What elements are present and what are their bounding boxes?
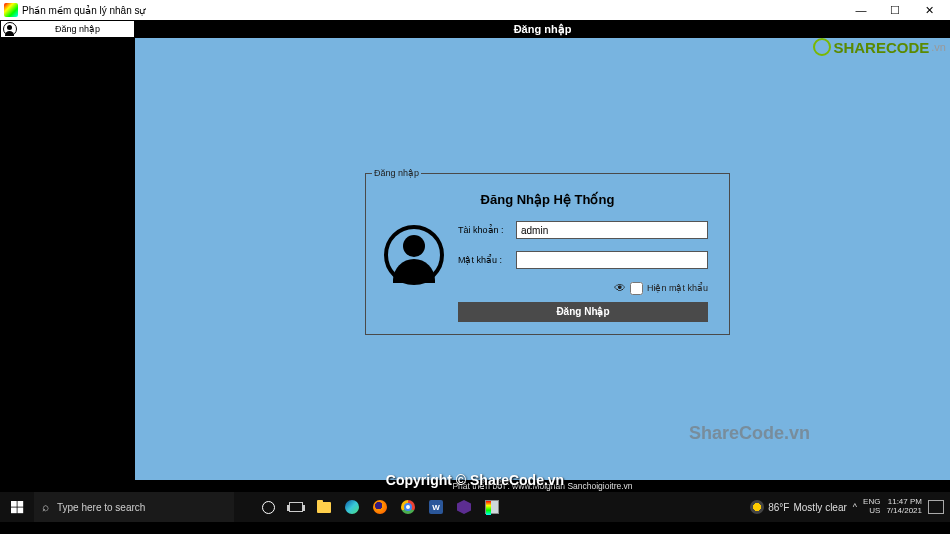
top-row: Đăng nhập Đăng nhập [0, 20, 950, 38]
window-title: Phần mềm quản lý nhân sự [22, 5, 844, 16]
password-label: Mật khẩu : [458, 255, 516, 265]
sidebar-tab-label: Đăng nhập [23, 24, 132, 34]
user-icon [3, 22, 17, 36]
clock[interactable]: 11:47 PM 7/14/2021 [886, 498, 922, 516]
word-icon: W [429, 500, 443, 514]
svg-rect-1 [17, 501, 23, 507]
svg-rect-0 [11, 501, 17, 507]
taskbar: ⌕ Type here to search W 86°F Mostly clea… [0, 492, 950, 522]
watermark-logo: SHARECODE.vn [813, 38, 946, 56]
watermark-logo-text: SHARECODE [833, 39, 929, 56]
cortana-button[interactable] [254, 492, 282, 522]
taskview-icon [289, 502, 303, 512]
svg-rect-3 [17, 507, 23, 513]
chrome-icon [401, 500, 415, 514]
chrome-button[interactable] [394, 492, 422, 522]
taskbar-search[interactable]: ⌕ Type here to search [34, 492, 234, 522]
clock-date: 7/14/2021 [886, 507, 922, 516]
password-input[interactable] [516, 251, 708, 269]
edge-icon [345, 500, 359, 514]
login-heading: Đăng Nhập Hệ Thống [378, 192, 717, 207]
firefox-icon [373, 500, 387, 514]
edge-button[interactable] [338, 492, 366, 522]
maximize-button[interactable]: ☐ [878, 0, 912, 20]
close-button[interactable]: ✕ [912, 0, 946, 20]
running-app-button[interactable] [478, 492, 506, 522]
start-button[interactable] [0, 492, 34, 522]
account-label: Tài khoản : [458, 225, 516, 235]
visualstudio-icon [457, 500, 471, 514]
eye-icon: 👁 [614, 281, 626, 295]
login-button[interactable]: Đăng Nhập [458, 302, 708, 322]
sidebar-tab-login[interactable]: Đăng nhập [0, 20, 135, 38]
word-button[interactable]: W [422, 492, 450, 522]
svg-rect-2 [11, 507, 17, 513]
taskview-button[interactable] [282, 492, 310, 522]
window-controls: — ☐ ✕ [844, 0, 946, 20]
login-panel: Đăng nhập Đăng Nhập Hệ Thống Tài khoản :… [365, 173, 730, 335]
notifications-button[interactable] [928, 500, 944, 514]
content-area: SHARECODE.vn Đăng nhập Đăng Nhập Hệ Thốn… [135, 38, 950, 492]
watermark-logo-suffix: .vn [931, 41, 946, 53]
show-password-checkbox[interactable] [630, 282, 643, 295]
system-tray: 86°F Mostly clear ^ ENG US 11:47 PM 7/14… [750, 498, 950, 516]
window-titlebar: Phần mềm quản lý nhân sự — ☐ ✕ [0, 0, 950, 20]
watermark-copyright: Copyright © ShareCode.vn [386, 472, 564, 488]
app-icon [4, 3, 18, 17]
account-input[interactable] [516, 221, 708, 239]
avatar-icon [384, 225, 444, 285]
search-placeholder: Type here to search [57, 502, 145, 513]
weather-cond: Mostly clear [793, 502, 846, 513]
search-icon: ⌕ [42, 500, 49, 514]
weather-temp: 86°F [768, 502, 789, 513]
app-header-title: Đăng nhập [135, 20, 950, 38]
weather-icon [750, 500, 764, 514]
language-indicator[interactable]: ENG US [863, 498, 880, 516]
firefox-button[interactable] [366, 492, 394, 522]
left-rail [0, 38, 135, 492]
winform-icon [485, 500, 499, 514]
weather-widget[interactable]: 86°F Mostly clear [750, 500, 847, 514]
main-area: SHARECODE.vn Đăng nhập Đăng Nhập Hệ Thốn… [0, 38, 950, 492]
recycle-icon [813, 38, 831, 56]
tray-overflow-button[interactable]: ^ [853, 502, 857, 512]
explorer-button[interactable] [310, 492, 338, 522]
lang-bot: US [863, 507, 880, 516]
show-password-label: Hiện mật khẩu [647, 283, 708, 293]
cortana-icon [262, 501, 275, 514]
visualstudio-button[interactable] [450, 492, 478, 522]
minimize-button[interactable]: — [844, 0, 878, 20]
login-legend: Đăng nhập [372, 168, 421, 178]
folder-icon [317, 502, 331, 513]
watermark-center: ShareCode.vn [689, 423, 810, 444]
